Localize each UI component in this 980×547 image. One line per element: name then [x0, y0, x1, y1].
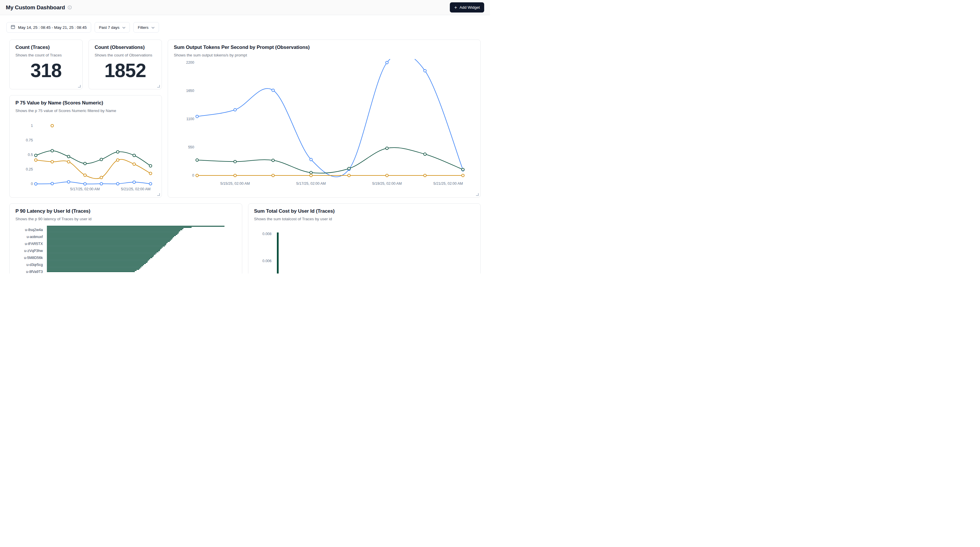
data-point[interactable] — [386, 147, 388, 149]
data-point[interactable] — [116, 159, 119, 162]
bar[interactable] — [47, 257, 152, 258]
bar[interactable] — [47, 271, 135, 272]
data-point[interactable] — [424, 174, 426, 177]
data-point[interactable] — [386, 62, 388, 64]
bar[interactable] — [47, 255, 154, 256]
bar[interactable] — [47, 248, 162, 249]
bar[interactable] — [47, 251, 158, 252]
p90-latency-bar-chart[interactable]: u-8sq2w4au-aobnuxfu-tFAR5TXu-zVqP3hwu-5M… — [16, 226, 236, 274]
bar[interactable] — [47, 229, 182, 230]
bar[interactable] — [47, 254, 156, 255]
bar[interactable] — [47, 227, 192, 228]
data-point[interactable] — [150, 172, 152, 175]
data-point[interactable] — [234, 160, 236, 163]
bar[interactable] — [47, 269, 139, 270]
data-point[interactable] — [310, 158, 312, 161]
data-point[interactable] — [84, 183, 86, 186]
data-point[interactable] — [133, 181, 135, 184]
data-point[interactable] — [272, 159, 274, 162]
bar[interactable] — [47, 241, 170, 242]
bar[interactable] — [47, 231, 179, 233]
data-point[interactable] — [462, 168, 465, 171]
data-point[interactable] — [348, 167, 350, 170]
data-point[interactable] — [35, 183, 37, 186]
data-point[interactable] — [100, 176, 103, 179]
bar[interactable] — [47, 233, 178, 234]
bar[interactable] — [47, 246, 165, 246]
bar[interactable] — [47, 247, 163, 247]
bar[interactable] — [47, 235, 176, 236]
data-point[interactable] — [196, 115, 199, 118]
data-point[interactable] — [424, 153, 426, 155]
bar[interactable] — [47, 238, 173, 238]
date-preset-dropdown[interactable]: Past 7 days — [95, 22, 130, 33]
data-point[interactable] — [35, 159, 37, 162]
bar[interactable] — [47, 256, 153, 257]
bar[interactable] — [47, 243, 167, 244]
data-point[interactable] — [100, 158, 103, 161]
data-point[interactable] — [310, 174, 312, 177]
bar[interactable] — [47, 249, 161, 250]
filters-dropdown[interactable]: Filters — [134, 22, 159, 33]
bar[interactable] — [47, 242, 168, 243]
data-point[interactable] — [133, 163, 135, 166]
data-point[interactable] — [196, 174, 199, 177]
bar[interactable] — [47, 268, 140, 268]
date-range-picker[interactable]: May 14, 25 : 08:45 - May 21, 25 : 08:45 — [6, 22, 91, 33]
bar[interactable] — [47, 258, 150, 259]
resize-handle-icon[interactable] — [157, 193, 160, 196]
bar[interactable] — [47, 252, 157, 254]
data-point[interactable] — [234, 109, 236, 111]
data-point[interactable] — [272, 174, 274, 177]
bar[interactable] — [47, 240, 171, 241]
data-point[interactable] — [196, 159, 199, 162]
data-point[interactable] — [51, 182, 54, 185]
bar[interactable] — [47, 264, 144, 265]
total-cost-bar-chart[interactable]: 0.0080.006 — [254, 226, 475, 274]
bar[interactable] — [47, 244, 166, 245]
bar[interactable] — [47, 228, 183, 229]
data-point[interactable] — [348, 174, 350, 177]
data-point[interactable] — [150, 165, 152, 167]
resize-handle-icon[interactable] — [476, 193, 479, 196]
data-point[interactable] — [35, 154, 37, 157]
bar[interactable] — [47, 239, 172, 239]
data-point[interactable] — [272, 89, 274, 92]
data-point[interactable] — [67, 181, 70, 183]
data-point[interactable] — [310, 171, 312, 174]
data-point[interactable] — [67, 155, 70, 158]
bar[interactable] — [47, 265, 143, 266]
bar[interactable] — [47, 261, 148, 262]
bar[interactable] — [47, 266, 142, 267]
resize-handle-icon[interactable] — [157, 85, 160, 87]
data-point[interactable] — [51, 125, 54, 127]
data-point[interactable] — [116, 182, 119, 185]
data-point[interactable] — [234, 174, 236, 177]
p75-scores-line-chart[interactable]: 00.250.50.7515/17/25, 02:00 AM5/21/25, 0… — [16, 114, 156, 193]
data-point[interactable] — [150, 182, 152, 185]
data-point[interactable] — [424, 70, 426, 72]
data-point[interactable] — [67, 161, 70, 163]
data-point[interactable] — [84, 162, 86, 165]
bar[interactable] — [47, 236, 174, 237]
data-point[interactable] — [84, 174, 86, 177]
bar[interactable] — [47, 226, 224, 227]
resize-handle-icon[interactable] — [78, 85, 81, 87]
data-point[interactable] — [386, 174, 388, 177]
data-point[interactable] — [116, 151, 119, 153]
bar[interactable] — [47, 262, 147, 263]
bar[interactable] — [47, 230, 180, 231]
bar[interactable] — [47, 270, 137, 271]
data-point[interactable] — [462, 174, 465, 177]
data-point[interactable] — [51, 161, 54, 163]
bar[interactable] — [47, 250, 160, 251]
output-tokens-line-chart[interactable]: 05501100165022005/15/25, 02:00 AM5/17/25… — [174, 59, 474, 189]
bar[interactable] — [47, 263, 146, 264]
add-widget-button[interactable]: + Add Widget — [450, 2, 484, 13]
data-point[interactable] — [51, 149, 54, 152]
data-point[interactable] — [133, 154, 135, 157]
info-icon[interactable] — [68, 5, 72, 10]
bar[interactable] — [47, 234, 177, 235]
bar[interactable] — [47, 260, 149, 260]
bar[interactable] — [277, 233, 278, 274]
